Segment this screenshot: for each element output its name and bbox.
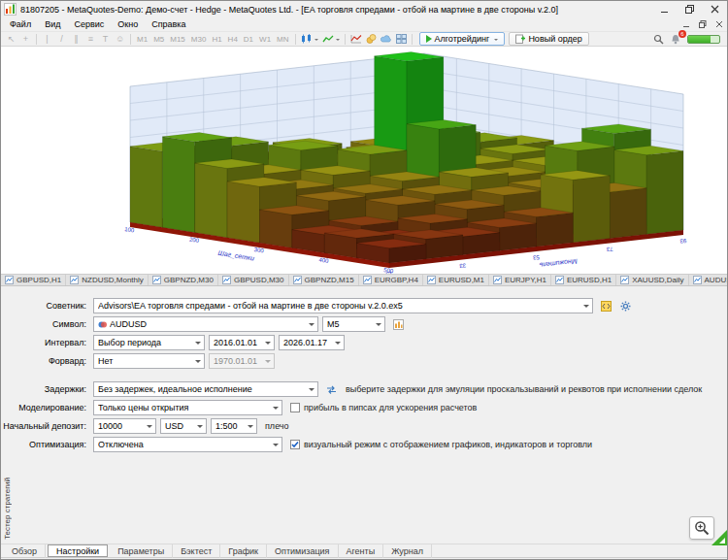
mdi-close-button[interactable] — [711, 17, 727, 31]
chart-tab-4[interactable]: GBPUSD,M30 — [218, 275, 289, 285]
chart-tab-label: GBPNZD,M15 — [305, 276, 354, 284]
expert-combobox[interactable]: Advisors\EA торговля спредами - отбой на… — [93, 298, 593, 313]
metaeditor-button[interactable] — [597, 298, 614, 313]
trendline-icon[interactable]: / — [54, 32, 69, 46]
symbol-chart-button[interactable] — [389, 316, 407, 332]
line-chart-icon — [322, 34, 334, 44]
indicators-button[interactable] — [348, 32, 364, 46]
modeling-combobox[interactable]: Только цены открытия — [93, 400, 282, 415]
chart-tab-8[interactable]: EURJPY,H1 — [489, 275, 551, 285]
forward-date-field: 1970.01.01 — [209, 353, 275, 369]
visual-mode-checkbox[interactable] — [290, 440, 300, 449]
timeframe-h1[interactable]: H1 — [209, 35, 224, 44]
tile-windows-button[interactable] — [394, 32, 409, 46]
optimization-value: Отключена — [98, 440, 271, 449]
currency-combobox[interactable]: USD — [160, 418, 207, 434]
algotrading-button[interactable]: Алготрейдинг — [419, 32, 506, 46]
svg-text:200: 200 — [189, 237, 200, 245]
period-combobox[interactable]: M5 — [322, 316, 385, 332]
tester-tab-график[interactable]: График — [220, 544, 267, 558]
channel-icon[interactable]: ∥ — [69, 32, 83, 46]
fibonacci-icon[interactable]: ≡ — [83, 32, 98, 46]
shapes-icon[interactable]: ☺ — [113, 32, 127, 46]
timeframe-m15[interactable]: M15 — [167, 35, 188, 44]
minimize-icon — [660, 5, 669, 14]
chart-tab-2[interactable]: NZDUSD,Monthly — [66, 275, 149, 285]
timeframe-d1[interactable]: D1 — [241, 35, 256, 44]
chart-tab-5[interactable]: GBPNZD,M15 — [289, 275, 359, 285]
chart-tab-10[interactable]: XAUUSD,Daily — [616, 275, 688, 285]
tester-tab-обзор[interactable]: Обзор — [4, 544, 46, 558]
tester-tab-бэктест[interactable]: Бэктест — [173, 544, 220, 558]
svg-text:73: 73 — [606, 247, 613, 253]
chart-tab-6[interactable]: EURGBP,H4 — [359, 275, 423, 285]
tester-tab-параметры[interactable]: Параметры — [110, 544, 173, 558]
strategy-tester-panel: Тестер стратегий Советник: Advisors\EA т… — [1, 298, 727, 544]
menu-item-5[interactable]: Справка — [145, 17, 192, 31]
chart-tab-1[interactable]: GBPUSD,H1 — [1, 275, 66, 285]
panel-expand-grip-arrow — [719, 538, 725, 544]
cursor-icon[interactable]: ↖ — [4, 32, 18, 46]
chart-tab-11[interactable]: AUDUSD,M5 — [689, 275, 727, 285]
timeframe-m1[interactable]: M1 — [134, 35, 150, 44]
restore-button[interactable] — [677, 1, 702, 17]
connection-meter[interactable] — [687, 35, 720, 44]
notifications-button[interactable]: 6 — [671, 34, 680, 45]
chart-tab-9[interactable]: EURUSD,H1 — [551, 275, 616, 285]
mdi-minimize-button[interactable] — [678, 17, 694, 31]
optimization-3d-chart[interactable]: 1002003004005001333537393Шаг_сеткиМножит… — [1, 47, 728, 274]
symbol-combobox[interactable]: AUDUSD — [93, 316, 318, 332]
tester-tab-агенты[interactable]: Агенты — [339, 544, 384, 558]
svg-text:53: 53 — [532, 254, 540, 261]
tester-tab-журнал[interactable]: Журнал — [383, 544, 432, 558]
search-button[interactable] — [653, 34, 664, 45]
interval-combobox[interactable]: Выбор периода — [93, 335, 205, 350]
mdi-restore-button[interactable] — [694, 17, 711, 31]
chart-type-dropdown[interactable] — [299, 32, 320, 46]
tester-caption[interactable]: Тестер стратегий — [1, 298, 14, 540]
timeframe-m5[interactable]: M5 — [150, 35, 167, 44]
minimize-button[interactable] — [651, 1, 677, 17]
delays-settings-button[interactable] — [322, 381, 340, 397]
new-order-button[interactable]: Новый ордер — [509, 32, 588, 46]
chart-area[interactable]: 1002003004005001333537393Шаг_сеткиМножит… — [1, 47, 727, 274]
line-style-dropdown[interactable] — [320, 32, 342, 46]
timeframe-m30[interactable]: M30 — [188, 35, 210, 44]
menu-item-3[interactable]: Сервис — [67, 17, 111, 31]
forward-label: Форвард: — [1, 356, 93, 366]
date-to-field[interactable]: 2026.01.17 — [279, 335, 345, 350]
date-from-field[interactable]: 2016.01.01 — [209, 335, 275, 350]
cloud-button[interactable] — [379, 32, 394, 46]
tester-tab-настройки[interactable]: Настройки — [48, 544, 108, 557]
mdi-window-buttons — [678, 17, 727, 31]
menu-item-2[interactable]: Вид — [38, 17, 67, 31]
tester-tab-оптимизация[interactable]: Оптимизация — [267, 544, 338, 558]
deposit-combobox[interactable]: 10000 — [93, 418, 156, 434]
crosshair-icon[interactable]: + — [18, 32, 33, 46]
dropdown-arrow-icon — [145, 419, 153, 433]
delays-value: Без задержек, идеальное исполнение — [98, 384, 307, 394]
new-order-label: Новый ордер — [528, 34, 581, 44]
interval-label: Интервал: — [1, 338, 93, 347]
expert-properties-button[interactable] — [616, 298, 634, 313]
chart-tab-7[interactable]: EURUSD,M1 — [423, 275, 489, 285]
objects-button[interactable] — [364, 32, 379, 46]
dropdown-arrow-icon — [263, 336, 272, 349]
timeframe-mn[interactable]: MN — [274, 35, 291, 44]
chart-tab-3[interactable]: GBPNZD,M30 — [149, 275, 218, 285]
vertical-line-icon[interactable]: | — [40, 32, 54, 46]
chart-tab-label: NZDUSD,Monthly — [82, 276, 144, 284]
optimization-row: Оптимизация: Отключена визуальный режим … — [1, 437, 727, 452]
timeframe-w1[interactable]: W1 — [256, 35, 274, 44]
menu-item-1[interactable]: Файл — [3, 17, 38, 31]
close-button[interactable] — [702, 1, 727, 17]
text-tool-icon[interactable]: T — [98, 32, 113, 46]
leverage-combobox[interactable]: 1:500 — [211, 418, 257, 434]
timeframe-h4[interactable]: H4 — [225, 35, 241, 44]
expert-label: Советник: — [1, 301, 93, 311]
pips-profit-checkbox[interactable] — [290, 403, 300, 412]
menu-item-4[interactable]: Окно — [111, 17, 145, 31]
optimization-combobox[interactable]: Отключена — [93, 437, 282, 452]
delays-combobox[interactable]: Без задержек, идеальное исполнение — [93, 381, 318, 397]
forward-combobox[interactable]: Нет — [93, 353, 205, 369]
